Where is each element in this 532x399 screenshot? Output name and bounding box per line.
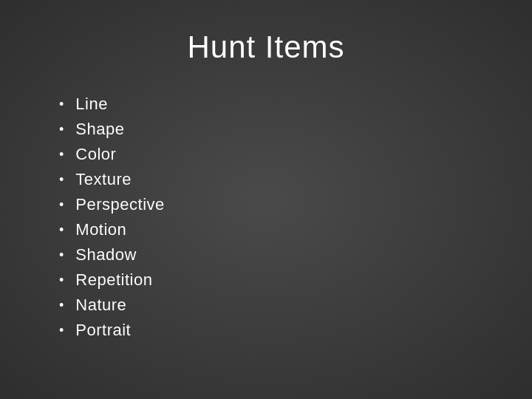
bullet-icon: • <box>59 172 64 188</box>
list-item: •Texture <box>59 170 488 189</box>
list-item-label: Nature <box>75 296 126 315</box>
list-item: •Perspective <box>59 195 488 214</box>
list-item: •Repetition <box>59 270 488 290</box>
bullet-icon: • <box>59 273 64 288</box>
bullet-icon: • <box>59 147 64 163</box>
list-item-label: Texture <box>75 170 132 189</box>
list-item-label: Color <box>75 145 116 164</box>
list-item: •Motion <box>59 220 488 239</box>
list-item-label: Line <box>75 95 108 114</box>
bullet-icon: • <box>59 197 64 213</box>
list-item-label: Repetition <box>75 270 152 290</box>
hunt-items-list: •Line•Shape•Color•Texture•Perspective•Mo… <box>44 95 488 346</box>
list-item: •Shadow <box>59 245 488 265</box>
slide: Hunt Items •Line•Shape•Color•Texture•Per… <box>0 0 532 399</box>
bullet-icon: • <box>59 122 64 137</box>
bullet-icon: • <box>59 323 64 338</box>
bullet-icon: • <box>59 298 64 313</box>
list-item-label: Shape <box>75 120 124 139</box>
list-item: •Nature <box>59 296 488 315</box>
list-item: •Line <box>59 95 488 114</box>
list-item: •Portrait <box>59 321 488 340</box>
list-item: •Shape <box>59 120 488 139</box>
list-item-label: Motion <box>75 220 126 239</box>
list-item-label: Shadow <box>75 245 137 265</box>
bullet-icon: • <box>59 97 64 112</box>
list-item: •Color <box>59 145 488 164</box>
slide-title: Hunt Items <box>44 30 488 65</box>
list-item-label: Perspective <box>75 195 164 214</box>
list-item-label: Portrait <box>75 321 131 340</box>
bullet-icon: • <box>59 222 64 238</box>
bullet-icon: • <box>59 248 64 263</box>
